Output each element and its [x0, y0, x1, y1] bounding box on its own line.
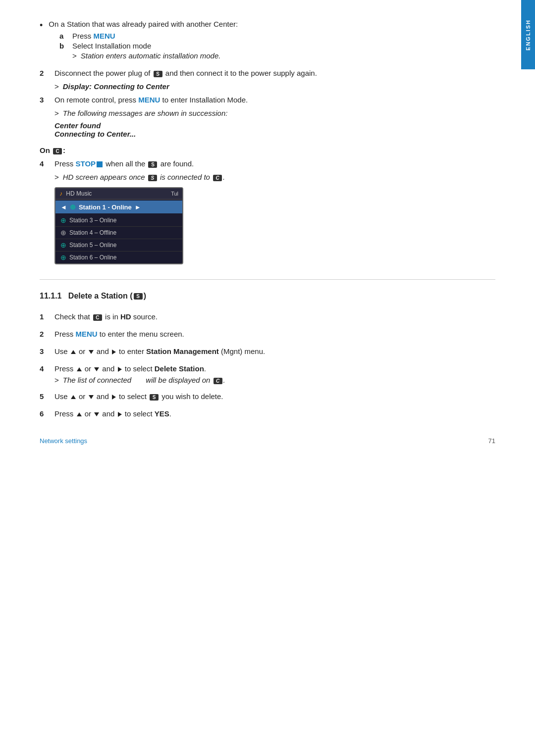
- footer-right: 71: [488, 437, 495, 445]
- icon-c-note2: C: [214, 378, 222, 384]
- tri-right-ds6: [118, 412, 122, 417]
- note-connecting-center: Connecting to Center...: [54, 130, 495, 138]
- screen-header: ♪ HD Music Tul: [55, 188, 182, 200]
- tri-down-ds3: [89, 350, 94, 354]
- screen-row-station4: ⊕ Station 4 – Offline: [55, 227, 182, 239]
- sub-item-a: a Press MENU: [59, 32, 495, 40]
- note-list-connected: > The list of connected will be displaye…: [54, 376, 495, 384]
- screen-station1-label: Station 1 - Online: [79, 203, 132, 211]
- sidebar-tab: ENGLISH: [521, 0, 535, 69]
- note-display-connecting: > Display: Connecting to Center: [54, 82, 495, 91]
- tri-right-ds3: [112, 350, 116, 354]
- tri-right-ds5: [112, 395, 116, 400]
- icon-c-heading: C: [53, 148, 62, 154]
- delete-step-5: 5 Use or and to select S you wish to del…: [40, 392, 495, 401]
- sidebar-tab-label: ENGLISH: [525, 19, 531, 50]
- step-2: 2 Disconnect the power plug of S and the…: [40, 69, 495, 77]
- stop-icon: [97, 161, 103, 167]
- station5-icon: ⊕: [60, 241, 66, 249]
- station1-dot: ⊕: [70, 203, 76, 211]
- icon-c-note: C: [213, 175, 222, 181]
- tri-up-ds4: [77, 367, 82, 371]
- screen-title: HD Music: [66, 190, 92, 197]
- menu-label-a: MENU: [94, 32, 115, 40]
- icon-s-step2: S: [154, 71, 162, 77]
- bullet-intro: • On a Station that was already paired w…: [40, 20, 495, 30]
- screen-mockup: ♪ HD Music Tul ◄ ⊕ Station 1 - Online ► …: [54, 187, 183, 264]
- page-footer: Network settings 71: [40, 437, 495, 445]
- screen-selected-row: ◄ ⊕ Station 1 - Online ►: [55, 201, 182, 213]
- screen-music-icon: ♪: [59, 190, 62, 197]
- footer-left: Network settings: [40, 437, 87, 445]
- icon-s-note: S: [148, 175, 157, 181]
- screen-row-station5: ⊕ Station 5 – Online: [55, 239, 182, 252]
- icon-s-section: S: [134, 293, 143, 300]
- sub-item-b: b Select Installation mode: [59, 42, 495, 50]
- stop-label: STOP: [76, 159, 96, 168]
- delete-step-2: 2 Press MENU to enter the menu screen.: [40, 330, 495, 338]
- menu-label-step3: MENU: [138, 96, 160, 104]
- top-bullet-section: • On a Station that was already paired w…: [40, 20, 495, 60]
- on-c-heading: On C:: [40, 146, 495, 154]
- step-4: 4 Press STOP when all the S are found.: [40, 159, 495, 168]
- screen-row-station3: ⊕ Station 3 – Online: [55, 214, 182, 227]
- sub-item-gt: > Station enters automatic installation …: [72, 51, 495, 60]
- tri-up-ds6: [77, 412, 82, 416]
- section-number: 11.1.1: [40, 292, 66, 300]
- delete-step-4: 4 Press or and to select Delete Station.: [40, 364, 495, 373]
- icon-s-ds5: S: [150, 394, 159, 401]
- screen-badge: Tul: [171, 191, 178, 197]
- delete-step-1: 1 Check that C is in HD source.: [40, 312, 495, 321]
- step-3: 3 On remote control, press MENU to enter…: [40, 96, 495, 104]
- station6-icon: ⊕: [60, 253, 66, 261]
- tri-up-ds3: [71, 350, 76, 354]
- note-hd-screen: > HD screen appears once S is connected …: [54, 173, 495, 181]
- icon-s-step4: S: [148, 161, 157, 168]
- screen-row-station6: ⊕ Station 6 – Online: [55, 252, 182, 263]
- section-divider: [40, 279, 495, 280]
- tri-right-ds4: [118, 367, 122, 372]
- section-11-1-1-heading: 11.1.1 Delete a Station (S): [40, 292, 495, 301]
- tri-up-ds5: [71, 395, 76, 399]
- menu-label-ds2: MENU: [76, 330, 98, 338]
- note-center-found: Center found: [54, 121, 495, 130]
- page-container: ENGLISH • On a Station that was already …: [0, 0, 535, 456]
- station4-icon: ⊕: [60, 229, 66, 237]
- sub-list: a Press MENU b Select Installation mode …: [59, 32, 495, 60]
- delete-step-6: 6 Press or and to select YES.: [40, 409, 495, 418]
- icon-c-ds1: C: [93, 314, 102, 321]
- delete-step-3: 3 Use or and to enter Station Management…: [40, 347, 495, 355]
- tri-down-ds5: [89, 395, 94, 399]
- bullet-intro-text: On a Station that was already paired wit…: [49, 20, 238, 28]
- tri-down-ds6: [94, 412, 99, 416]
- tri-down-ds4: [94, 367, 99, 371]
- note-following-messages: > The following messages are shown in su…: [54, 109, 495, 117]
- station3-icon: ⊕: [60, 216, 66, 224]
